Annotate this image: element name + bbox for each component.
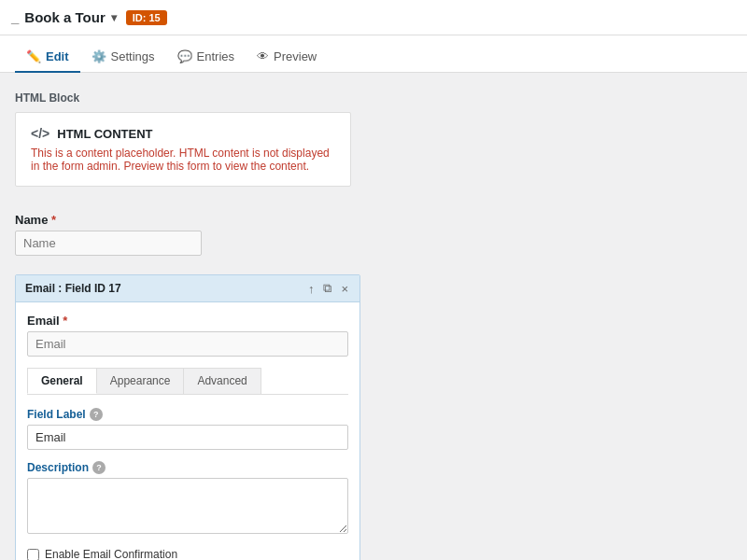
- email-preview-input[interactable]: [27, 331, 348, 357]
- code-icon: </>: [31, 126, 49, 141]
- panel-inner-tabs: General Appearance Advanced: [27, 368, 348, 395]
- id-badge: ID: 15: [126, 10, 167, 25]
- tab-preview-label: Preview: [274, 49, 317, 63]
- inner-form: Field Label ? Description ? Enable Email…: [27, 408, 348, 560]
- description-textarea[interactable]: [27, 478, 348, 534]
- panel-move-up-button[interactable]: ↑: [306, 282, 317, 296]
- email-panel-body: Email * General Appearance Advanced Fiel…: [16, 302, 359, 560]
- html-block-section-label: HTML Block: [15, 91, 732, 105]
- html-block-description: This is a content placeholder. HTML cont…: [31, 147, 335, 173]
- description-help-icon[interactable]: ?: [92, 461, 106, 474]
- email-required-star: *: [63, 314, 67, 328]
- name-field-group: Name *: [15, 213, 202, 256]
- email-panel-title: Email : Field ID 17: [25, 282, 121, 295]
- page-title: _ Book a Tour ▾: [11, 9, 117, 25]
- name-input[interactable]: [15, 231, 202, 256]
- enable-email-confirmation-label[interactable]: Enable Email Confirmation: [45, 548, 177, 560]
- edit-icon: ✏️: [26, 49, 41, 63]
- preview-icon: 👁: [257, 49, 269, 63]
- field-label-help-icon[interactable]: ?: [90, 408, 103, 421]
- field-label-input[interactable]: [27, 425, 348, 450]
- email-field-preview: Email *: [27, 314, 348, 357]
- email-panel: Email : Field ID 17 ↑ ⧉ × Email * Genera…: [15, 274, 360, 560]
- html-block-title: HTML CONTENT: [57, 127, 152, 141]
- settings-icon: ⚙️: [92, 49, 106, 63]
- tab-settings[interactable]: ⚙️ Settings: [80, 42, 166, 73]
- title-text: Book a Tour: [24, 9, 105, 25]
- description-row: Description ?: [27, 461, 348, 474]
- panel-tab-appearance[interactable]: Appearance: [96, 368, 185, 394]
- panel-actions: ↑ ⧉ ×: [306, 281, 350, 296]
- email-preview-label: Email *: [27, 314, 348, 328]
- title-dropdown-chevron[interactable]: ▾: [111, 11, 117, 24]
- panel-tab-advanced[interactable]: Advanced: [183, 368, 261, 394]
- panel-tab-general[interactable]: General: [27, 368, 97, 394]
- tab-preview[interactable]: 👁 Preview: [246, 42, 328, 73]
- email-panel-header: Email : Field ID 17 ↑ ⧉ ×: [16, 275, 359, 302]
- enable-confirmation-row: Enable Email Confirmation: [27, 548, 348, 560]
- tab-entries[interactable]: 💬 Entries: [166, 42, 246, 73]
- tab-edit[interactable]: ✏️ Edit: [15, 42, 80, 73]
- tab-entries-label: Entries: [197, 49, 234, 63]
- top-bar: _ Book a Tour ▾ ID: 15: [0, 0, 747, 35]
- enable-email-confirmation-checkbox[interactable]: [27, 549, 39, 561]
- html-block-card: </> HTML CONTENT This is a content place…: [15, 112, 351, 187]
- tab-settings-label: Settings: [111, 49, 155, 63]
- main-content: HTML Block </> HTML CONTENT This is a co…: [0, 73, 747, 560]
- entries-icon: 💬: [177, 49, 192, 63]
- html-block-header: </> HTML CONTENT: [31, 126, 335, 141]
- field-label-row: Field Label ?: [27, 408, 348, 421]
- name-required-star: *: [51, 213, 56, 227]
- tab-bar: ✏️ Edit ⚙️ Settings 💬 Entries 👁 Preview: [0, 35, 747, 73]
- panel-close-button[interactable]: ×: [339, 282, 350, 296]
- panel-duplicate-button[interactable]: ⧉: [321, 281, 333, 296]
- tab-edit-label: Edit: [46, 49, 69, 63]
- name-field-label: Name *: [15, 213, 202, 227]
